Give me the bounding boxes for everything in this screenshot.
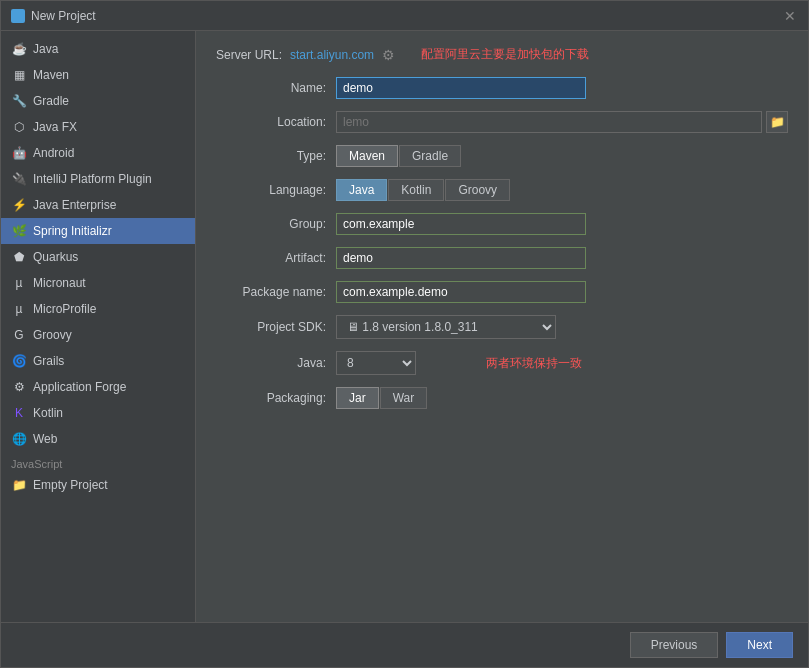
dialog-footer: Previous Next: [1, 622, 808, 667]
package-control: [336, 281, 788, 303]
sidebar-item-java[interactable]: ☕ Java: [1, 36, 195, 62]
grails-icon: 🌀: [11, 353, 27, 369]
sidebar-label-empty: Empty Project: [33, 478, 108, 492]
location-control: 📁: [336, 111, 788, 133]
sidebar-item-grails[interactable]: 🌀 Grails: [1, 348, 195, 374]
packaging-toggle-group: Jar War: [336, 387, 427, 409]
packaging-row: Packaging: Jar War: [216, 387, 788, 409]
sidebar-label-grails: Grails: [33, 354, 64, 368]
sidebar-item-kotlin[interactable]: K Kotlin: [1, 400, 195, 426]
sdk-row: Project SDK: 🖥 1.8 version 1.8.0_311: [216, 315, 788, 339]
previous-button[interactable]: Previous: [630, 632, 719, 658]
java-label: Java:: [216, 356, 336, 370]
java-select[interactable]: 8 11 17: [336, 351, 416, 375]
micronaut-icon: µ: [11, 275, 27, 291]
sdk-select[interactable]: 🖥 1.8 version 1.8.0_311: [336, 315, 556, 339]
sidebar-label-spring: Spring Initializr: [33, 224, 112, 238]
group-input[interactable]: [336, 213, 586, 235]
appforge-icon: ⚙: [11, 379, 27, 395]
name-control: [336, 77, 788, 99]
packaging-war-btn[interactable]: War: [380, 387, 428, 409]
package-input[interactable]: [336, 281, 586, 303]
server-url-label: Server URL:: [216, 48, 282, 62]
folder-button[interactable]: 📁: [766, 111, 788, 133]
sidebar: ☕ Java ▦ Maven 🔧 Gradle ⬡ Java FX 🤖 Andr…: [1, 31, 196, 622]
title-bar: New Project ✕: [1, 1, 808, 31]
name-row: Name:: [216, 77, 788, 99]
microprofile-icon: µ: [11, 301, 27, 317]
sidebar-label-gradle: Gradle: [33, 94, 69, 108]
dialog-content: ☕ Java ▦ Maven 🔧 Gradle ⬡ Java FX 🤖 Andr…: [1, 31, 808, 622]
artifact-control: [336, 247, 788, 269]
sidebar-label-intellij-plugin: IntelliJ Platform Plugin: [33, 172, 152, 186]
sidebar-item-gradle[interactable]: 🔧 Gradle: [1, 88, 195, 114]
server-url-row: Server URL: start.aliyun.com ⚙ 配置阿里云主要是加…: [216, 46, 788, 63]
sidebar-label-javafx: Java FX: [33, 120, 77, 134]
empty-project-icon: 📁: [11, 477, 27, 493]
group-label: Group:: [216, 217, 336, 231]
lang-groovy-btn[interactable]: Groovy: [445, 179, 510, 201]
sidebar-item-intellij-plugin[interactable]: 🔌 IntelliJ Platform Plugin: [1, 166, 195, 192]
language-label: Language:: [216, 183, 336, 197]
sidebar-label-web: Web: [33, 432, 57, 446]
sdk-label: Project SDK:: [216, 320, 336, 334]
language-toggle-group: Java Kotlin Groovy: [336, 179, 510, 201]
packaging-label: Packaging:: [216, 391, 336, 405]
location-input[interactable]: [336, 111, 762, 133]
title-bar-left: New Project: [11, 9, 96, 23]
sidebar-label-maven: Maven: [33, 68, 69, 82]
android-icon: 🤖: [11, 145, 27, 161]
sidebar-item-maven[interactable]: ▦ Maven: [1, 62, 195, 88]
package-label: Package name:: [216, 285, 336, 299]
sidebar-item-web[interactable]: 🌐 Web: [1, 426, 195, 452]
gear-icon[interactable]: ⚙: [382, 47, 395, 63]
sidebar-item-java-enterprise[interactable]: ⚡ Java Enterprise: [1, 192, 195, 218]
next-button[interactable]: Next: [726, 632, 793, 658]
language-row: Language: Java Kotlin Groovy: [216, 179, 788, 201]
sidebar-item-microprofile[interactable]: µ MicroProfile: [1, 296, 195, 322]
sdk-control: 🖥 1.8 version 1.8.0_311: [336, 315, 788, 339]
sidebar-label-java-enterprise: Java Enterprise: [33, 198, 116, 212]
name-input[interactable]: [336, 77, 586, 99]
js-section-label: JavaScript: [1, 452, 195, 472]
web-icon: 🌐: [11, 431, 27, 447]
location-label: Location:: [216, 115, 336, 129]
annotation-top: 配置阿里云主要是加快包的下载: [421, 46, 589, 63]
sidebar-item-groovy[interactable]: G Groovy: [1, 322, 195, 348]
spring-icon: 🌿: [11, 223, 27, 239]
sidebar-label-kotlin: Kotlin: [33, 406, 63, 420]
sidebar-item-empty[interactable]: 📁 Empty Project: [1, 472, 195, 498]
sidebar-item-appforge[interactable]: ⚙ Application Forge: [1, 374, 195, 400]
java-icon: ☕: [11, 41, 27, 57]
sidebar-label-java: Java: [33, 42, 58, 56]
annotation-bottom: 两者环境保持一致: [486, 355, 582, 372]
kotlin-icon: K: [11, 405, 27, 421]
artifact-input[interactable]: [336, 247, 586, 269]
quarkus-icon: ⬟: [11, 249, 27, 265]
sidebar-label-groovy: Groovy: [33, 328, 72, 342]
sidebar-item-javafx[interactable]: ⬡ Java FX: [1, 114, 195, 140]
type-label: Type:: [216, 149, 336, 163]
new-project-dialog: New Project ✕ ☕ Java ▦ Maven 🔧 Gradle ⬡ …: [0, 0, 809, 668]
javafx-icon: ⬡: [11, 119, 27, 135]
sidebar-item-android[interactable]: 🤖 Android: [1, 140, 195, 166]
enterprise-icon: ⚡: [11, 197, 27, 213]
location-row: Location: 📁: [216, 111, 788, 133]
type-gradle-btn[interactable]: Gradle: [399, 145, 461, 167]
lang-java-btn[interactable]: Java: [336, 179, 387, 201]
sidebar-label-micronaut: Micronaut: [33, 276, 86, 290]
java-row: Java: 8 11 17 两者环境保持一致: [216, 351, 788, 375]
close-button[interactable]: ✕: [784, 9, 798, 23]
sidebar-item-spring[interactable]: 🌿 Spring Initializr: [1, 218, 195, 244]
groovy-icon: G: [11, 327, 27, 343]
sidebar-item-quarkus[interactable]: ⬟ Quarkus: [1, 244, 195, 270]
sidebar-item-micronaut[interactable]: µ Micronaut: [1, 270, 195, 296]
plugin-icon: 🔌: [11, 171, 27, 187]
lang-kotlin-btn[interactable]: Kotlin: [388, 179, 444, 201]
artifact-label: Artifact:: [216, 251, 336, 265]
group-row: Group:: [216, 213, 788, 235]
java-control-row: 8 11 17 两者环境保持一致: [336, 351, 582, 375]
packaging-jar-btn[interactable]: Jar: [336, 387, 379, 409]
sidebar-label-quarkus: Quarkus: [33, 250, 78, 264]
type-maven-btn[interactable]: Maven: [336, 145, 398, 167]
